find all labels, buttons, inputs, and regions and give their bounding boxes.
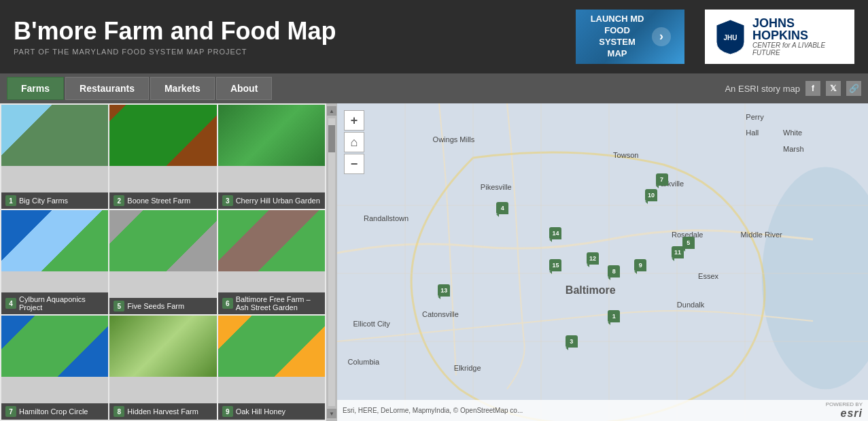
launch-md-food-button[interactable]: LAUNCH MD FOOD SYSTEM MAP › bbox=[576, 10, 684, 64]
page-title: B'more Farm and Food Map bbox=[14, 18, 576, 45]
attribution-text: Esri, HERE, DeLorme, MapmyIndia, © OpenS… bbox=[343, 407, 523, 414]
farm-name: Cherry Hill Urban Garden bbox=[236, 197, 320, 205]
jh-text: JOHNS HOPKINS CENTER for A LIVABLE FUTUR… bbox=[752, 17, 844, 56]
map-marker-12[interactable]: 12 bbox=[587, 252, 599, 265]
farm-name: Five Seeds Farm bbox=[127, 302, 184, 310]
farm-card[interactable]: 9Oak Hill Honey bbox=[218, 316, 325, 420]
powered-by-text: POWERED BY bbox=[826, 401, 863, 407]
farm-card[interactable]: 4Cylburn Aquaponics Project bbox=[1, 210, 108, 314]
zoom-out-button[interactable]: − bbox=[344, 154, 364, 174]
tab-farms[interactable]: Farms bbox=[7, 77, 64, 100]
farm-name: Big City Farms bbox=[19, 197, 68, 205]
farm-card-image bbox=[1, 210, 108, 271]
farm-name: Oak Hill Honey bbox=[236, 407, 285, 416]
johns-hopkins-logo: JHU JOHNS HOPKINS CENTER for A LIVABLE F… bbox=[705, 10, 854, 64]
farm-card[interactable]: 6Baltimore Free Farm – Ash Street Garden bbox=[218, 210, 325, 314]
farm-number: 4 bbox=[5, 298, 16, 309]
farm-card-label: 1Big City Farms bbox=[1, 192, 108, 209]
farm-card-label: 7Hamilton Crop Circle bbox=[1, 403, 108, 420]
navigation-bar: Farms Restaurants Markets About An ESRI … bbox=[0, 73, 868, 103]
farm-card[interactable]: 2Boone Street Farm bbox=[109, 105, 216, 209]
scroll-down-arrow[interactable]: ▼ bbox=[327, 409, 336, 418]
left-panel: 1Big City Farms2Boone Street Farm3Cherry… bbox=[0, 103, 326, 421]
scroll-track[interactable] bbox=[328, 118, 335, 406]
farm-card-label: 6Baltimore Free Farm – Ash Street Garden bbox=[218, 292, 325, 314]
jh-subtitle: CENTER for A LIVABLE FUTURE bbox=[752, 41, 844, 56]
link-icon[interactable]: 🔗 bbox=[846, 81, 861, 96]
map-attribution: Esri, HERE, DeLorme, MapmyIndia, © OpenS… bbox=[337, 400, 868, 421]
title-area: B'more Farm and Food Map PART OF THE MAR… bbox=[14, 18, 576, 56]
twitter-icon[interactable]: 𝕏 bbox=[826, 81, 841, 96]
page-subtitle: PART OF THE MARYLAND FOOD SYSTEM MAP PRO… bbox=[14, 48, 576, 56]
map-marker-15[interactable]: 15 bbox=[549, 259, 561, 271]
farm-number: 5 bbox=[114, 301, 124, 311]
farm-name: Cylburn Aquaponics Project bbox=[19, 295, 104, 311]
farm-card-image bbox=[218, 105, 325, 166]
home-button[interactable]: ⌂ bbox=[344, 132, 364, 152]
farm-card-label: 5Five Seeds Farm bbox=[109, 298, 216, 314]
farm-number: 1 bbox=[5, 195, 16, 206]
map-marker-3[interactable]: 3 bbox=[566, 335, 578, 348]
header: B'more Farm and Food Map PART OF THE MAR… bbox=[0, 0, 868, 73]
farm-card[interactable]: 5Five Seeds Farm bbox=[109, 210, 216, 314]
farm-card-image bbox=[109, 105, 216, 166]
farm-card-image bbox=[218, 210, 325, 271]
farm-number: 2 bbox=[114, 195, 124, 206]
farm-number: 9 bbox=[222, 406, 233, 417]
svg-text:JHU: JHU bbox=[723, 34, 737, 41]
farm-card-label: 4Cylburn Aquaponics Project bbox=[1, 292, 108, 314]
map-controls: + ⌂ − bbox=[344, 110, 364, 174]
farm-number: 6 bbox=[222, 298, 233, 309]
map-svg bbox=[337, 103, 868, 421]
zoom-in-button[interactable]: + bbox=[344, 110, 364, 131]
map-area[interactable]: Owings Mills Towson Perry Hall White Mar… bbox=[337, 103, 868, 421]
farm-grid: 1Big City Farms2Boone Street Farm3Cherry… bbox=[0, 103, 326, 421]
tab-markets[interactable]: Markets bbox=[150, 77, 215, 100]
jh-name: JOHNS HOPKINS bbox=[752, 17, 844, 41]
esri-story-text: An ESRI story map bbox=[725, 84, 800, 94]
farm-card-label: 3Cherry Hill Urban Garden bbox=[218, 192, 325, 209]
map-marker-14[interactable]: 14 bbox=[549, 227, 561, 239]
tab-restaurants[interactable]: Restaurants bbox=[65, 77, 149, 100]
farm-number: 3 bbox=[222, 195, 233, 206]
farm-name: Boone Street Farm bbox=[127, 197, 190, 205]
farm-card-image bbox=[1, 105, 108, 166]
facebook-icon[interactable]: f bbox=[805, 81, 820, 96]
map-marker-1[interactable]: 1 bbox=[608, 310, 620, 322]
farm-name: Hamilton Crop Circle bbox=[19, 407, 88, 416]
map-marker-8[interactable]: 8 bbox=[608, 265, 620, 277]
farm-number: 7 bbox=[5, 406, 16, 417]
farm-card-label: 8Hidden Harvest Farm bbox=[109, 403, 216, 420]
farm-card-label: 9Oak Hill Honey bbox=[218, 403, 325, 420]
farm-card[interactable]: 8Hidden Harvest Farm bbox=[109, 316, 216, 420]
map-marker-7[interactable]: 7 bbox=[656, 173, 668, 186]
jh-shield-icon: JHU bbox=[715, 18, 746, 56]
farm-card[interactable]: 7Hamilton Crop Circle bbox=[1, 316, 108, 420]
farm-card[interactable]: 1Big City Farms bbox=[1, 105, 108, 209]
farm-name: Baltimore Free Farm – Ash Street Garden bbox=[236, 295, 321, 311]
map-marker-4[interactable]: 4 bbox=[496, 202, 508, 214]
farm-number: 8 bbox=[114, 406, 124, 417]
launch-btn-text: LAUNCH MD FOOD SYSTEM MAP bbox=[589, 14, 645, 60]
scrollbar[interactable]: ▲ ▼ bbox=[326, 103, 337, 421]
map-marker-10[interactable]: 10 bbox=[645, 189, 657, 201]
main-content: 1Big City Farms2Boone Street Farm3Cherry… bbox=[0, 103, 868, 421]
farm-card-image bbox=[109, 316, 216, 377]
esri-name-text: esri bbox=[841, 407, 863, 420]
scroll-thumb[interactable] bbox=[328, 125, 335, 152]
farm-name: Hidden Harvest Farm bbox=[127, 407, 198, 416]
tab-about[interactable]: About bbox=[216, 77, 272, 100]
esri-story-label: An ESRI story map f 𝕏 🔗 bbox=[725, 81, 861, 96]
esri-logo: POWERED BY esri bbox=[826, 401, 863, 420]
farm-card[interactable]: 3Cherry Hill Urban Garden bbox=[218, 105, 325, 209]
farm-card-label: 2Boone Street Farm bbox=[109, 192, 216, 209]
launch-btn-arrow-icon: › bbox=[652, 27, 671, 46]
map-marker-9[interactable]: 9 bbox=[634, 259, 646, 271]
farm-card-image bbox=[1, 316, 108, 377]
farm-card-image bbox=[218, 316, 325, 377]
farm-card-image bbox=[109, 210, 216, 271]
map-marker-5[interactable]: 5 bbox=[682, 237, 695, 249]
scroll-up-arrow[interactable]: ▲ bbox=[327, 106, 336, 116]
map-marker-13[interactable]: 13 bbox=[438, 284, 450, 297]
